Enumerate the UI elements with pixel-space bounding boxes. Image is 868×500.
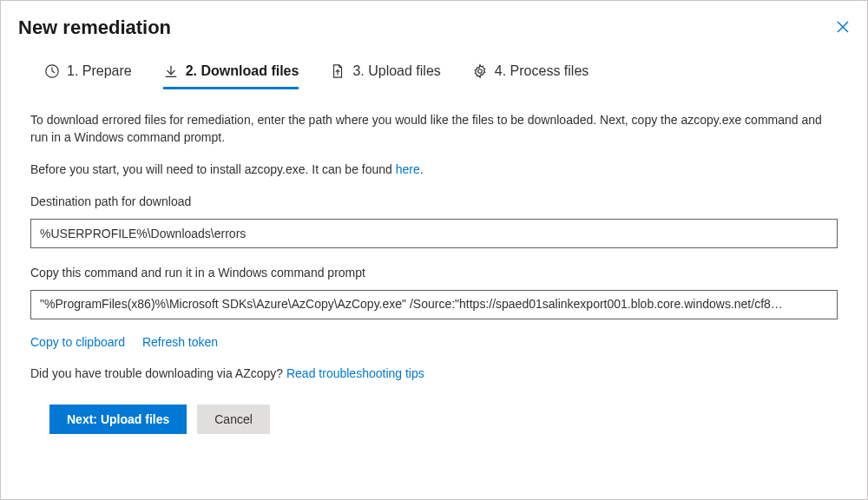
panel-title: New remediation (18, 16, 171, 39)
troubleshoot-link[interactable]: Read troubleshooting tips (286, 366, 424, 380)
tab-prepare-label: 1. Prepare (67, 63, 132, 79)
install-note-suffix: . (420, 162, 424, 176)
tab-download-label: 2. Download files (186, 63, 299, 79)
tab-upload-label: 3. Upload files (352, 63, 440, 79)
command-label: Copy this command and run it in a Window… (30, 266, 838, 280)
remediation-panel: New remediation 1. Prepare 2. Download f… (0, 0, 868, 500)
copy-to-clipboard-link[interactable]: Copy to clipboard (30, 335, 125, 349)
tab-content: To download errored files for remediatio… (18, 112, 841, 434)
cancel-button[interactable]: Cancel (197, 405, 270, 434)
intro-text: To download errored files for remediatio… (30, 112, 838, 146)
svg-line-4 (52, 71, 55, 73)
next-button[interactable]: Next: Upload files (49, 405, 187, 434)
close-button[interactable] (832, 16, 853, 40)
tab-prepare[interactable]: 1. Prepare (44, 63, 132, 89)
command-output[interactable]: "%ProgramFiles(x86)%\Microsoft SDKs\Azur… (30, 290, 838, 319)
destination-path-label: Destination path for download (30, 194, 838, 208)
close-icon (836, 20, 850, 34)
troubleshoot-text: Did you have trouble downloading via AZc… (30, 366, 838, 380)
gear-icon (472, 63, 488, 79)
wizard-buttons: Next: Upload files Cancel (49, 405, 838, 434)
upload-file-icon (330, 63, 345, 79)
clock-icon (44, 63, 60, 79)
tab-upload-files[interactable]: 3. Upload files (330, 63, 440, 89)
tab-process-files[interactable]: 4. Process files (472, 63, 589, 89)
install-note-prefix: Before you start, you will need to insta… (30, 162, 396, 176)
panel-header: New remediation (18, 16, 841, 39)
install-here-link[interactable]: here (396, 162, 420, 176)
troubleshoot-prefix: Did you have trouble downloading via AZc… (30, 366, 286, 380)
refresh-token-link[interactable]: Refresh token (142, 335, 218, 349)
download-icon (163, 63, 179, 79)
tab-process-label: 4. Process files (495, 63, 589, 79)
destination-path-input[interactable] (30, 219, 838, 248)
install-note: Before you start, you will need to insta… (30, 161, 838, 179)
tab-download-files[interactable]: 2. Download files (163, 63, 299, 89)
wizard-tabs: 1. Prepare 2. Download files 3. Upload f… (44, 63, 841, 89)
svg-point-8 (478, 69, 483, 74)
command-actions: Copy to clipboard Refresh token (30, 335, 838, 349)
